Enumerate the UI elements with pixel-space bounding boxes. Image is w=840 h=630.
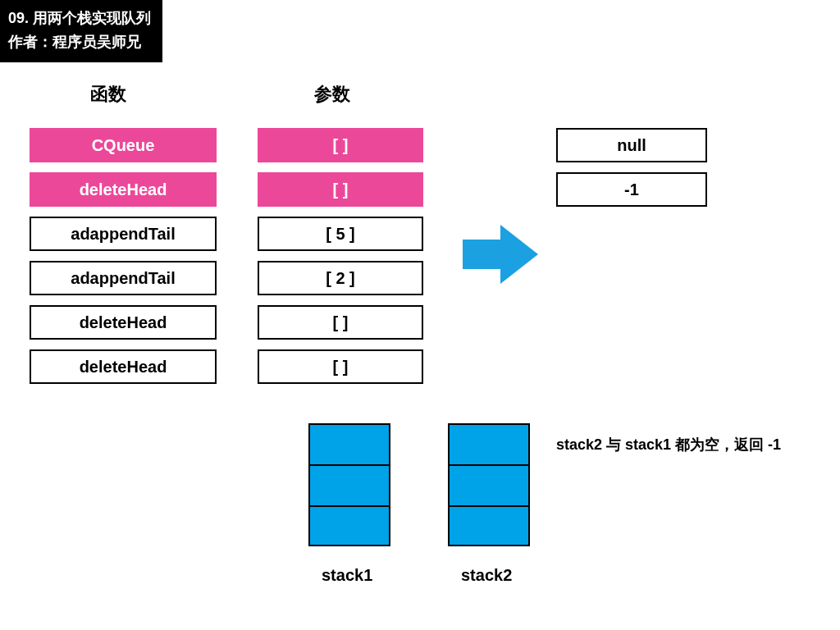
- param-cell-2: [ 5 ]: [258, 217, 423, 251]
- stack2-slot: [450, 507, 528, 548]
- stack2-label: stack2: [461, 566, 512, 585]
- stack2-slot: [450, 425, 528, 466]
- output-cell-1: -1: [556, 172, 707, 207]
- stack1-slot: [310, 507, 389, 548]
- stack1-slot: [310, 425, 389, 466]
- param-cell-1: [ ]: [258, 172, 423, 207]
- stack1-slot: [310, 466, 389, 507]
- note-text: stack2 与 stack1 都为空，返回 -1: [556, 435, 819, 454]
- param-cell-5: [ ]: [258, 349, 423, 384]
- title-line-1: 09. 用两个栈实现队列: [8, 7, 151, 30]
- func-cell-2: adappendTail: [30, 217, 217, 251]
- func-cell-1: deleteHead: [30, 172, 217, 207]
- stack1: [308, 423, 390, 546]
- title-block: 09. 用两个栈实现队列 作者：程序员吴师兄: [0, 0, 162, 62]
- stack1-label: stack1: [322, 566, 372, 585]
- func-cell-5: deleteHead: [30, 349, 217, 384]
- param-cell-4: [ ]: [258, 305, 423, 340]
- svg-marker-0: [463, 225, 538, 284]
- title-line-2: 作者：程序员吴师兄: [8, 30, 151, 54]
- param-cell-0: [ ]: [258, 128, 423, 162]
- func-cell-3: adappendTail: [30, 261, 217, 295]
- func-cell-0: CQueue: [30, 128, 217, 162]
- header-param: 参数: [314, 82, 350, 107]
- header-func: 函数: [90, 82, 126, 107]
- stack2-slot: [450, 466, 528, 507]
- output-cell-0: null: [556, 128, 707, 162]
- arrow-right-icon: [459, 221, 541, 290]
- func-cell-4: deleteHead: [30, 305, 217, 340]
- param-cell-3: [ 2 ]: [258, 261, 423, 295]
- stack2: [448, 423, 530, 546]
